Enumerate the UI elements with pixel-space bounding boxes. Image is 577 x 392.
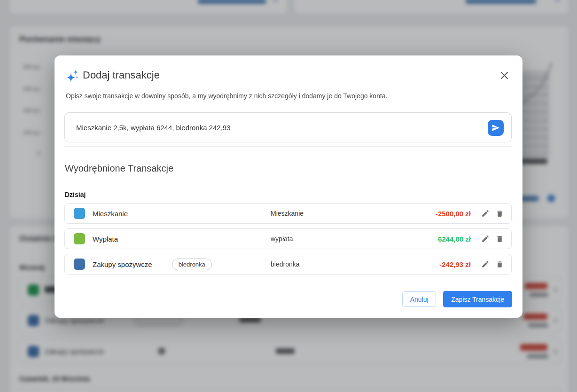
sparkles-icon: [66, 69, 80, 83]
send-button[interactable]: [488, 120, 504, 136]
trash-icon: [496, 210, 504, 218]
trash-icon: [496, 235, 504, 243]
save-transactions-button[interactable]: Zapisz Transakcje: [443, 291, 512, 307]
add-transactions-modal: Dodaj transakcje Opisz swoje transakcje …: [55, 55, 522, 318]
transaction-source-text: Mieszkanie: [271, 210, 304, 217]
transaction-name: Mieszkanie: [93, 210, 128, 218]
transaction-name: Wypłata: [93, 235, 118, 243]
transaction-amount: 6244,00 zł: [438, 235, 471, 243]
trash-icon: [496, 260, 504, 268]
edit-button[interactable]: [481, 260, 490, 268]
section-divider: [64, 146, 512, 147]
table-row: Zakupy spożywcze biedronka biedronka -24…: [64, 254, 512, 274]
modal-description: Opisz swoje transakcje w dowolny sposób,…: [66, 92, 388, 100]
extracted-transactions-title: Wyodrębnione Transakcje: [65, 163, 173, 174]
transaction-amount: -242,93 zł: [439, 260, 471, 268]
delete-button[interactable]: [496, 235, 504, 243]
edit-button[interactable]: [481, 209, 490, 218]
pencil-icon: [481, 209, 490, 218]
transaction-tag: biedronka: [172, 259, 212, 270]
category-square-icon: [74, 208, 85, 219]
pencil-icon: [481, 260, 490, 268]
transaction-source-text: biedronka: [271, 260, 300, 268]
transaction-name: Zakupy spożywcze: [93, 260, 152, 268]
close-icon: [500, 71, 508, 79]
modal-title: Dodaj transakcje: [83, 69, 160, 81]
extracted-transactions-list: Mieszkanie Mieszkanie -2500,00 zł Wypłat…: [64, 203, 512, 274]
transaction-amount: -2500,00 zł: [436, 210, 471, 218]
edit-button[interactable]: [481, 235, 490, 243]
cancel-button[interactable]: Anuluj: [402, 291, 436, 307]
pencil-icon: [481, 235, 490, 243]
delete-button[interactable]: [496, 260, 504, 268]
category-square-icon: [74, 233, 85, 244]
close-button[interactable]: [499, 70, 509, 80]
table-row: Mieszkanie Mieszkanie -2500,00 zł: [64, 203, 512, 224]
delete-button[interactable]: [496, 210, 504, 218]
send-icon: [491, 124, 500, 132]
group-label-today: Dzisiaj: [65, 191, 86, 198]
modal-footer: Anuluj Zapisz Transakcje: [402, 291, 512, 307]
table-row: Wypłata wypłata 6244,00 zł: [64, 228, 512, 249]
transaction-source-text: wypłata: [271, 235, 293, 243]
transaction-input[interactable]: [66, 114, 479, 141]
category-square-icon: [74, 259, 85, 270]
transaction-input-wrap: [64, 112, 512, 142]
